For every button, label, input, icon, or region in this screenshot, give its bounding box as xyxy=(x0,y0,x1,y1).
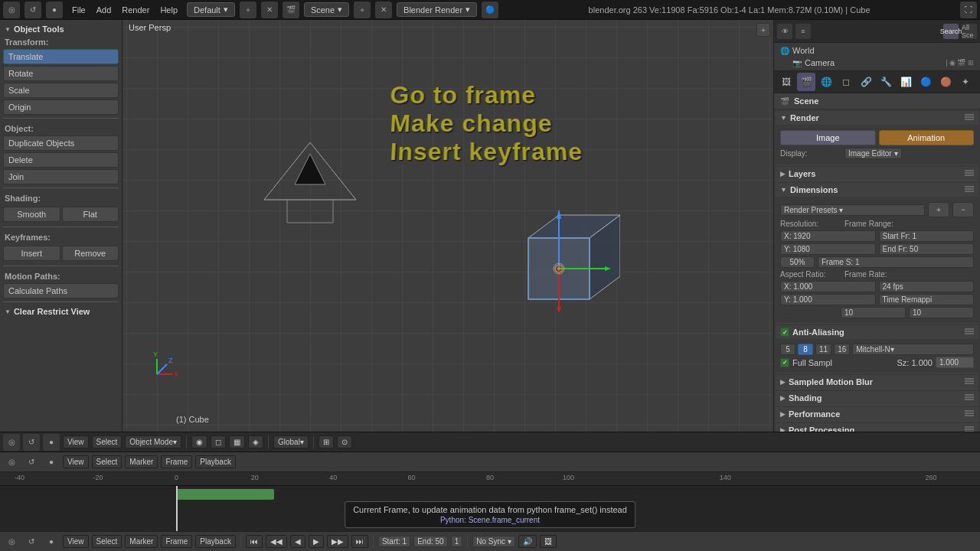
start-frame-field[interactable]: Start: 1 xyxy=(378,536,410,547)
playback-undo[interactable]: ↺ xyxy=(23,533,40,550)
jump-end-btn[interactable]: ⏭ xyxy=(351,535,368,548)
props-object-icon[interactable]: ◻ xyxy=(837,73,855,91)
prop-edit-btn[interactable]: ⊙ xyxy=(337,435,352,448)
properties-scroll[interactable]: ▼ Render Image Animation Display: Image … xyxy=(774,109,980,432)
timeline-rec[interactable]: ● xyxy=(43,454,60,471)
texture-mode[interactable]: ▦ xyxy=(229,435,245,448)
image-render-btn[interactable]: Image xyxy=(780,130,876,145)
delete-btn[interactable]: Delete xyxy=(3,152,119,168)
prev-key-btn[interactable]: ◀◀ xyxy=(266,535,287,548)
props-scene-icon[interactable]: 🎬 xyxy=(797,73,815,91)
viewport[interactable]: User Persp + Go to frame Make change Ins… xyxy=(122,20,773,432)
join-btn[interactable]: Join xyxy=(3,169,119,184)
no-sync-dropdown[interactable]: No Sync▾ xyxy=(472,536,515,547)
global-dropdown[interactable]: Global▾ xyxy=(273,435,309,448)
scale-btn[interactable]: Scale xyxy=(3,83,119,98)
scene-dropdown[interactable]: Scene▾ xyxy=(304,2,349,17)
view-icon[interactable]: 👁 xyxy=(777,24,792,39)
asp-y-field[interactable]: Y: 1.000 xyxy=(780,294,876,305)
insert-btn[interactable]: Insert xyxy=(3,246,60,261)
toolbar-rec[interactable]: ● xyxy=(43,434,60,451)
blender-icon[interactable]: ◎ xyxy=(3,2,20,18)
end-frame-field[interactable]: End: 50 xyxy=(413,536,447,547)
snap-btn[interactable]: ⊞ xyxy=(318,435,334,448)
dimensions-section-header[interactable]: ▼ Dimensions xyxy=(776,183,978,197)
smooth-btn[interactable]: Smooth xyxy=(3,207,60,222)
fps-field[interactable]: 24 fps xyxy=(879,281,975,292)
tl-select-btn[interactable]: Select xyxy=(92,455,122,468)
props-constraint-icon[interactable]: 🔗 xyxy=(857,73,875,91)
aa-11-btn[interactable]: 11 xyxy=(815,344,831,355)
display-dropdown[interactable]: Image Editor▾ xyxy=(844,148,902,159)
layout-add-icon[interactable]: ＋ xyxy=(240,2,256,18)
render-icon[interactable]: 🎬 xyxy=(283,2,299,18)
clear-restrict-header[interactable]: ▼ Clear Restrict View xyxy=(3,305,119,318)
props-particles-icon[interactable]: ✦ xyxy=(956,73,975,91)
frame-s-field[interactable]: Frame S: 1 xyxy=(818,256,974,268)
timeline-icon[interactable]: ◎ xyxy=(3,454,20,471)
menu-file[interactable]: File xyxy=(67,4,90,16)
layout-remove-icon[interactable]: ✕ xyxy=(261,2,278,18)
pb-select-btn[interactable]: Select xyxy=(92,535,122,548)
calculate-paths-btn[interactable]: Calculate Paths xyxy=(3,283,119,298)
audio-btn[interactable]: 🔊 xyxy=(518,535,537,548)
menu-help[interactable]: Help xyxy=(155,4,182,16)
aa-section-header[interactable]: ✓ Anti-Aliasing xyxy=(776,325,978,339)
tree-camera[interactable]: 📷 Camera | ◉ 🎬 ⊞ xyxy=(777,57,977,69)
render-section-header[interactable]: ▼ Render xyxy=(776,111,978,125)
pb-view-btn[interactable]: View xyxy=(63,535,89,548)
time-val2-field[interactable]: 10 xyxy=(909,307,974,318)
menu-add[interactable]: Add xyxy=(92,4,116,16)
timeline-undo[interactable]: ↺ xyxy=(23,454,40,471)
full-sampl-checkbox[interactable]: ✓ xyxy=(780,358,789,367)
animation-render-btn[interactable]: Animation xyxy=(879,130,975,145)
flat-btn[interactable]: Flat xyxy=(62,207,119,222)
select-btn[interactable]: Select xyxy=(92,435,122,448)
time-val1-field[interactable]: 10 xyxy=(841,307,906,318)
props-render-icon[interactable]: 🖼 xyxy=(777,73,795,91)
play-btn[interactable]: ▶ xyxy=(309,535,324,548)
menu-render[interactable]: Render xyxy=(117,4,154,16)
playback-rec[interactable]: ● xyxy=(43,533,60,550)
rotate-btn[interactable]: Rotate xyxy=(3,66,119,81)
tl-frame-btn[interactable]: Frame xyxy=(161,455,192,468)
view-btn[interactable]: View xyxy=(63,435,89,448)
tl-marker-btn[interactable]: Marker xyxy=(125,455,158,468)
play-reverse-btn[interactable]: ◀ xyxy=(290,535,305,548)
fullscreen-icon[interactable]: ⛶ xyxy=(960,2,977,18)
current-frame-field[interactable]: 1 xyxy=(451,536,463,547)
props-material-icon[interactable]: 🔵 xyxy=(916,73,935,91)
remove-btn[interactable]: Remove xyxy=(62,246,119,261)
render-preview-btn[interactable]: 🖼 xyxy=(540,535,557,548)
res-x-field[interactable]: X: 1920 xyxy=(780,230,876,242)
search-icon-btn[interactable]: Search xyxy=(943,24,959,39)
pb-marker-btn[interactable]: Marker xyxy=(125,535,158,548)
tl-view-btn[interactable]: View xyxy=(63,455,89,468)
duplicate-btn[interactable]: Duplicate Objects xyxy=(3,135,119,151)
wire-mode[interactable]: ◻ xyxy=(211,435,226,448)
toolbar-undo[interactable]: ↺ xyxy=(23,434,40,451)
outliner-icon[interactable]: ≡ xyxy=(795,24,811,39)
layout-dropdown[interactable]: Default▾ xyxy=(187,2,235,17)
render-presets-dropdown[interactable]: Render Presets▾ xyxy=(780,204,925,216)
jump-start-btn[interactable]: ⏮ xyxy=(246,535,263,548)
props-texture-icon[interactable]: 🟤 xyxy=(936,73,955,91)
translate-btn[interactable]: Translate xyxy=(3,49,119,64)
start-fr-field[interactable]: Start Fr: 1 xyxy=(879,230,975,242)
scene-add-icon[interactable]: ＋ xyxy=(354,2,371,18)
res-pct-field[interactable]: 50% xyxy=(780,256,815,268)
aa-8-btn[interactable]: 8 xyxy=(798,344,813,355)
aa-5-btn[interactable]: 5 xyxy=(780,344,795,355)
props-modifier-icon[interactable]: 🔧 xyxy=(877,73,895,91)
material-mode[interactable]: ◈ xyxy=(248,435,263,448)
viewport-corner-btn[interactable]: + xyxy=(756,23,770,37)
aa-checkbox[interactable]: ✓ xyxy=(780,328,789,337)
asp-x-field[interactable]: X: 1.000 xyxy=(780,281,876,292)
props-data-icon[interactable]: 📊 xyxy=(897,73,915,91)
tree-world[interactable]: 🌐 World xyxy=(777,44,977,57)
motion-blur-header[interactable]: ▶ Sampled Motion Blur xyxy=(776,375,978,389)
post-processing-header[interactable]: ▶ Post Processing xyxy=(776,423,978,432)
aa-16-btn[interactable]: 16 xyxy=(834,344,850,355)
preset-remove-btn[interactable]: － xyxy=(952,202,974,217)
object-mode-dropdown[interactable]: Object Mode▾ xyxy=(125,435,181,448)
